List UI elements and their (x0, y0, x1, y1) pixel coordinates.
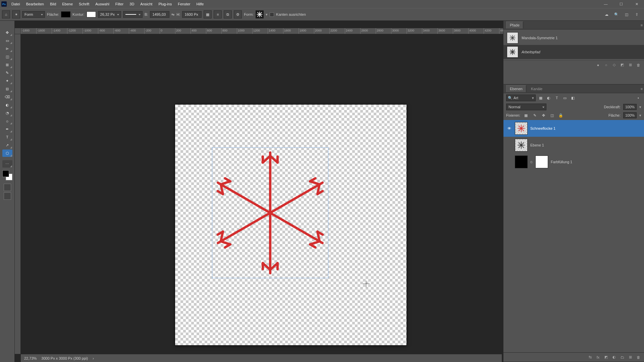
lock-paint-icon[interactable]: ✎ (532, 112, 538, 118)
frame-tool[interactable]: ⊞ (2, 61, 12, 68)
ruler-origin[interactable] (15, 28, 21, 34)
search-icon[interactable]: 🔍 (613, 11, 620, 18)
fill-swatch[interactable] (61, 11, 70, 17)
path-item[interactable]: Mandala-Symmetrie 1 (503, 31, 644, 45)
lasso-tool[interactable]: ⊳ (2, 45, 12, 52)
menu-schrift[interactable]: Schrift (77, 1, 91, 7)
window-maximize[interactable]: ☐ (615, 0, 627, 8)
marquee-tool[interactable]: ▭ (2, 37, 12, 44)
panel-menu-icon[interactable]: ≡ (639, 23, 644, 27)
crop-tool[interactable]: ◫ (2, 53, 12, 60)
status-chevron-icon[interactable]: › (93, 356, 94, 360)
group-icon[interactable]: 🗀 (620, 355, 625, 360)
window-minimize[interactable]: — (600, 0, 612, 8)
menu-ebene[interactable]: Ebene (61, 1, 74, 7)
layer-item[interactable]: 👁 Schneeflocke 1 (503, 120, 644, 137)
shape-picker[interactable] (256, 10, 264, 18)
lock-position-icon[interactable]: ✥ (540, 112, 546, 118)
eraser-tool[interactable]: ⌫ (2, 93, 12, 101)
visibility-toggle[interactable]: 👁 (506, 125, 512, 131)
snowflake-shape[interactable] (212, 147, 328, 278)
align-edges-checkbox[interactable] (270, 12, 274, 17)
filter-type-icon[interactable]: T (554, 95, 560, 101)
canvas[interactable] (175, 105, 407, 345)
layer-thumbnail[interactable] (515, 139, 528, 152)
lock-artboard-icon[interactable]: ◫ (549, 112, 555, 118)
menu-hilfe[interactable]: Hilfe (195, 1, 205, 7)
shape-tool[interactable]: ⬡ (2, 149, 12, 157)
clone-tool[interactable]: ⊟ (2, 85, 12, 93)
fill-path-icon[interactable]: ● (596, 63, 600, 67)
filter-adjust-icon[interactable]: ◐ (546, 95, 552, 101)
stroke-style-dropdown[interactable] (123, 11, 143, 18)
blend-mode-dropdown[interactable]: Normal (506, 104, 546, 110)
lock-all-icon[interactable]: 🔒 (558, 112, 564, 118)
filter-toggle-icon[interactable]: • (635, 95, 641, 101)
path-ops-icon[interactable]: ▦ (204, 10, 212, 18)
menu-filter[interactable]: Filter (114, 1, 125, 7)
quickmask-toggle[interactable] (4, 184, 11, 191)
menu-3d[interactable]: 3D (128, 1, 136, 7)
menu-ansicht[interactable]: Ansicht (139, 1, 154, 7)
height-field[interactable]: 1600 Px (182, 11, 202, 18)
zoom-level[interactable]: 22,73% (24, 356, 37, 360)
lock-transparent-icon[interactable]: ▦ (523, 112, 529, 118)
ruler-horizontal[interactable]: -1800-1600-1400-1200-1000-800-600-400-20… (21, 28, 503, 34)
fx-icon[interactable]: fx (596, 355, 600, 360)
stroke-swatch[interactable] (87, 11, 96, 17)
visibility-toggle[interactable] (506, 142, 512, 148)
link-layers-icon[interactable]: ⇆ (588, 355, 592, 360)
pen-tool[interactable]: ✒ (2, 125, 12, 133)
menu-bild[interactable]: Bild (49, 1, 57, 7)
layer-item[interactable]: Ebene 1 (503, 137, 644, 154)
menu-datei[interactable]: Datei (10, 1, 21, 7)
stroke-width-field[interactable]: 26,32 Px (98, 11, 121, 18)
align-icon[interactable]: ≡ (214, 10, 222, 18)
home-icon[interactable]: ⌂ (2, 10, 10, 18)
mask-icon[interactable]: ◩ (604, 355, 608, 360)
tab-ebenen[interactable]: Ebenen (506, 85, 526, 92)
blur-tool[interactable]: ◔ (2, 109, 12, 117)
adjustment-icon[interactable]: ◐ (612, 355, 616, 360)
selection-path-icon[interactable]: ◇ (612, 63, 616, 67)
trash-icon[interactable]: 🗑 (636, 355, 641, 360)
link-icon[interactable]: ⇋ (171, 12, 174, 17)
path-select-tool[interactable]: ↗ (2, 141, 12, 149)
filter-pixel-icon[interactable]: ▦ (538, 95, 544, 101)
screenmode-toggle[interactable] (4, 192, 11, 200)
new-layer-icon[interactable]: ⊞ (628, 355, 633, 360)
ruler-vertical[interactable] (15, 34, 21, 354)
path-item[interactable]: Arbeitspfad (503, 45, 644, 59)
opacity-field[interactable]: 100% (623, 104, 637, 110)
eyedropper-tool[interactable]: ✎ (2, 69, 12, 76)
layer-thumbnail[interactable] (515, 122, 528, 135)
layer-filter[interactable]: 🔍 ▾ (506, 95, 536, 101)
move-tool[interactable]: ✥ (2, 29, 12, 36)
new-path-icon[interactable]: ⊞ (628, 63, 633, 67)
tool-preset-icon[interactable]: ✶ (12, 10, 20, 18)
foreground-background-colors[interactable] (2, 170, 12, 180)
brush-tool[interactable]: ✦ (2, 77, 12, 84)
gear-icon[interactable]: ⚙ (234, 10, 242, 18)
trash-icon[interactable]: 🗑 (636, 63, 641, 67)
mode-dropdown[interactable]: Form (22, 11, 45, 18)
visibility-toggle[interactable] (506, 159, 512, 165)
layer-filter-input[interactable] (514, 96, 531, 100)
width-field[interactable]: 1495,03 (150, 11, 169, 18)
panel-menu-icon[interactable]: ≡ (639, 86, 644, 91)
menu-fenster[interactable]: Fenster (176, 1, 192, 7)
gradient-tool[interactable]: ◐ (2, 101, 12, 109)
menu-auswahl[interactable]: Auswahl (94, 1, 111, 7)
arrange-icon[interactable]: ⧉ (224, 10, 232, 18)
workspace-icon[interactable]: ◫ (623, 11, 630, 18)
filter-smart-icon[interactable]: ◧ (570, 95, 576, 101)
share-icon[interactable]: ⇧ (633, 11, 640, 18)
cloud-icon[interactable]: ☁ (603, 11, 610, 18)
layer-thumbnail[interactable] (515, 156, 528, 168)
window-close[interactable]: ✕ (631, 0, 643, 8)
tab-kanaele[interactable]: Kanäle (528, 85, 546, 92)
fill-opacity-field[interactable]: 100% (623, 112, 637, 118)
layer-item[interactable]: ⎋ Farbfüllung 1 (503, 154, 644, 170)
tab-pfade[interactable]: Pfade (506, 21, 523, 28)
layer-mask-thumbnail[interactable] (535, 156, 548, 168)
